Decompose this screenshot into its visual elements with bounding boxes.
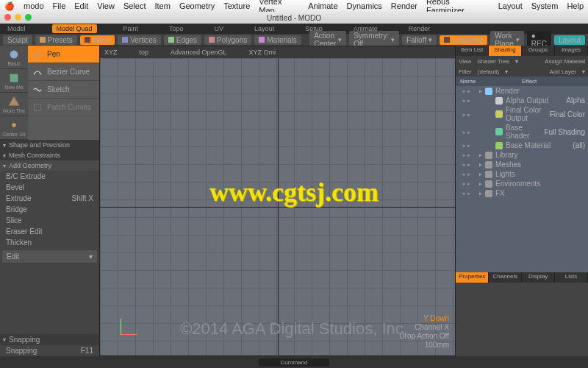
pen-icon <box>32 49 43 60</box>
tab-model-quad[interactable]: Model Quad <box>52 24 97 33</box>
presets-button[interactable]: Presets <box>35 35 77 45</box>
tree-row-base-shader[interactable]: ● ●Base ShaderFull Shading <box>456 123 588 141</box>
mat-icon <box>495 142 503 149</box>
tool-patch-curves[interactable]: Patch Curves <box>28 99 99 116</box>
menu-layout[interactable]: Layout <box>498 1 523 10</box>
cat-basic[interactable]: Basic <box>0 46 28 69</box>
tab-channels[interactable]: Channels <box>489 272 522 283</box>
menu-item[interactable]: Item <box>154 1 170 10</box>
row-thicken[interactable]: Thicken <box>0 237 99 248</box>
tab-model[interactable]: Model <box>3 24 30 33</box>
layout-button[interactable]: Layout <box>554 35 585 45</box>
section-mesh-constraints[interactable]: Mesh Constraints <box>0 150 99 160</box>
polygons-button[interactable]: Polygons <box>204 35 251 45</box>
tab-uv[interactable]: UV <box>210 24 229 33</box>
macos-menu-bar: 🍎 modo File Edit View Select Item Geomet… <box>0 0 588 12</box>
window-title-bar: Untitled - MODO <box>0 12 588 24</box>
menu-select[interactable]: Select <box>123 1 146 10</box>
tree-row-final-color-output[interactable]: ● ●Final Color OutputFinal Color <box>456 105 588 123</box>
watermark-copyright: ©2014 AGA Digital Studios, Inc. <box>0 319 588 339</box>
vp-tab-top[interactable]: top <box>140 49 149 56</box>
tool-category-icons: Basic New Me More Tha Center Sn <box>0 46 28 140</box>
menu-geometry[interactable]: Geometry <box>179 1 215 10</box>
right-top-tabs: Item List Shading Groups Images <box>456 46 588 56</box>
vp-tab-advanced[interactable]: Advanced OpenGL <box>171 49 227 56</box>
tab-shading[interactable]: Shading <box>489 46 522 56</box>
row-slice[interactable]: Slice <box>0 215 99 226</box>
tab-topo[interactable]: Topo <box>165 24 188 33</box>
presets-icon <box>40 37 46 43</box>
tree-row-library[interactable]: ● ●▸Library <box>456 150 588 160</box>
edges-icon <box>168 37 174 43</box>
items-icon <box>85 37 90 43</box>
traffic-lights <box>4 14 32 21</box>
vp-tab-omi[interactable]: XYZ Omi <box>249 49 276 56</box>
materials-button[interactable]: Materials <box>254 35 301 45</box>
items-button[interactable]: Items <box>80 35 115 45</box>
right-sub-bar: View Shader Tree▾ Assign Material <box>456 56 588 66</box>
falloff-dropdown[interactable]: Falloff ▾ <box>402 35 437 45</box>
cat-more[interactable]: More Tha <box>0 93 28 116</box>
tab-paint[interactable]: Paint <box>119 24 143 33</box>
right-filter-bar: Filter (default)▾ Add Layer▾ <box>456 66 588 77</box>
tree-row-meshes[interactable]: ● ●▸Meshes <box>456 160 588 169</box>
snapping-shortcut[interactable]: SnappingF11 <box>0 345 99 356</box>
menu-dynamics[interactable]: Dynamics <box>347 1 382 10</box>
tab-item-list[interactable]: Item List <box>456 46 489 56</box>
tool-pen[interactable]: Pen <box>28 46 99 63</box>
vertices-button[interactable]: Vertices <box>118 35 161 45</box>
command-input[interactable]: Command <box>259 358 330 367</box>
menu-file[interactable]: File <box>53 1 66 10</box>
snapping-icon <box>444 37 450 43</box>
chevron-down-icon[interactable]: ▾ <box>505 68 508 75</box>
tab-images[interactable]: Images <box>555 46 588 56</box>
apple-icon[interactable]: 🍎 <box>4 1 15 11</box>
menu-view[interactable]: View <box>97 1 115 10</box>
tool-sketch[interactable]: Sketch <box>28 81 99 99</box>
chevron-down-icon[interactable]: ▾ <box>515 58 518 65</box>
edges-button[interactable]: Edges <box>164 35 201 45</box>
sculpt-button[interactable]: Sculpt <box>3 35 32 45</box>
close-icon[interactable] <box>4 14 11 21</box>
tab-layout[interactable]: Layout <box>250 24 279 33</box>
tree-header: NameEffect <box>456 77 588 86</box>
tab-display[interactable]: Display <box>522 272 555 283</box>
snapping-button[interactable]: Snapping <box>440 35 487 45</box>
window-title: Untitled - MODO <box>267 14 321 22</box>
zoom-icon[interactable] <box>25 14 32 21</box>
chevron-down-icon[interactable]: ▾ <box>582 68 585 75</box>
tab-groups[interactable]: Groups <box>522 46 555 56</box>
cat-new-mesh[interactable]: New Me <box>0 69 28 93</box>
menu-system[interactable]: System <box>531 1 559 10</box>
tab-properties[interactable]: Properties <box>456 272 489 283</box>
menu-help[interactable]: Help <box>567 1 584 10</box>
vp-tab-xyz[interactable]: XYZ <box>104 49 118 56</box>
row-eraser-edit[interactable]: Eraser Edit <box>0 226 99 237</box>
tree-row-alpha-output[interactable]: ● ●Alpha OutputAlpha <box>456 96 588 105</box>
alpha-icon <box>495 97 503 105</box>
section-shape-precision[interactable]: Shape and Precision <box>0 140 99 150</box>
menu-modo[interactable]: modo <box>24 1 44 10</box>
status-bar: Command <box>0 356 588 368</box>
edit-dropdown[interactable]: Edit▾ <box>2 250 97 263</box>
polygons-icon <box>209 37 215 43</box>
tree-row-render[interactable]: ● ●▸Render <box>456 86 588 96</box>
menu-edit[interactable]: Edit <box>74 1 88 10</box>
materials-icon <box>259 37 265 43</box>
section-add-geometry[interactable]: Add Geometry <box>0 160 99 171</box>
minimize-icon[interactable] <box>15 14 21 21</box>
viewport-tabs: XYZ top Advanced OpenGL XYZ Omi <box>100 46 455 58</box>
tab-lists[interactable]: Lists <box>555 272 588 283</box>
color-icon <box>495 110 503 118</box>
sketch-icon <box>32 85 43 95</box>
lib-icon <box>485 152 492 159</box>
menu-texture[interactable]: Texture <box>223 1 250 10</box>
vertices-icon <box>122 37 128 43</box>
property-tabs: Properties Channels Display Lists <box>456 272 588 283</box>
tree-row-base-material[interactable]: ● ●Base Material(all) <box>456 141 588 150</box>
menu-render[interactable]: Render <box>391 1 417 10</box>
menu-animate[interactable]: Animate <box>308 1 337 10</box>
tab-render[interactable]: Render <box>404 24 435 33</box>
tool-bezier[interactable]: Bezier Curve <box>28 63 99 81</box>
cat-center-snap[interactable]: Center Sn <box>0 116 28 140</box>
